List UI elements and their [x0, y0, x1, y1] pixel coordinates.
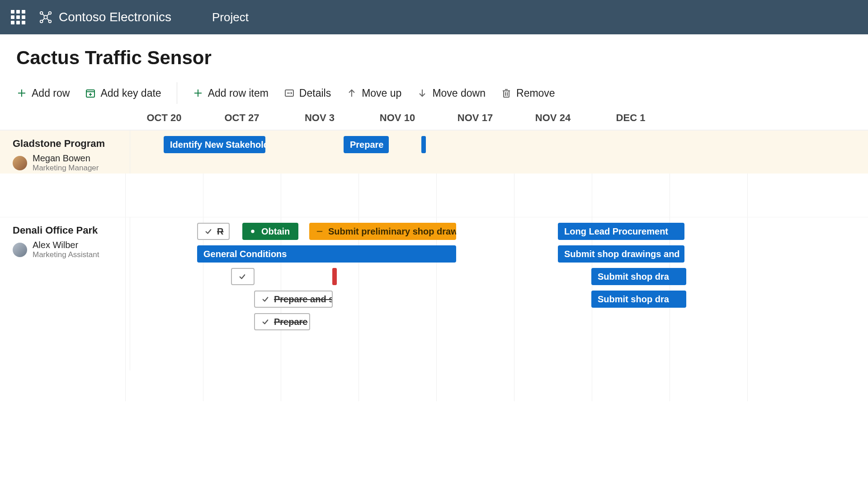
minus-icon: [316, 227, 324, 235]
details-icon: [284, 88, 295, 99]
app-name[interactable]: Project: [212, 10, 249, 24]
toolbar-label: Remove: [516, 87, 555, 99]
time-axis: OCT 20OCT 27NOV 3NOV 10NOV 17NOV 24DEC 1: [0, 112, 868, 130]
row-header[interactable]: Gladstone ProgramMegan BowenMarketing Ma…: [0, 131, 130, 174]
task-label: Prepare and s: [274, 294, 333, 305]
trash-icon: [501, 88, 512, 99]
task-label: Submit preliminary shop drawing: [328, 226, 456, 237]
arrow-down-icon: [417, 88, 428, 99]
axis-tick: OCT 20: [146, 112, 181, 124]
row-header[interactable]: Denali Office ParkAlex WilberMarketing A…: [0, 217, 130, 371]
milestone-marker[interactable]: [332, 268, 337, 285]
remove-button[interactable]: Remove: [501, 87, 555, 99]
details-button[interactable]: Details: [284, 87, 331, 99]
task-bar[interactable]: [231, 268, 255, 285]
timeline: OCT 20OCT 27NOV 3NOV 10NOV 17NOV 24DEC 1…: [0, 112, 868, 481]
toolbar-label: Add row item: [208, 87, 269, 99]
check-icon: [204, 227, 212, 235]
axis-tick: OCT 27: [224, 112, 259, 124]
add-key-date-button[interactable]: Add key date: [85, 87, 161, 99]
toolbar-label: Move down: [432, 87, 486, 99]
toolbar-divider: [177, 82, 177, 104]
check-icon: [238, 272, 246, 281]
task-bar[interactable]: Submit shop drawings and: [558, 245, 684, 263]
svg-rect-21: [504, 91, 509, 97]
row-body: RObtainSubmit preliminary shop drawingLo…: [130, 217, 868, 371]
row-owner[interactable]: Alex WilberMarketing Assistant: [13, 240, 123, 259]
axis-tick: NOV 3: [305, 112, 335, 124]
row-title: Denali Office Park: [13, 225, 123, 236]
svg-line-7: [42, 19, 45, 21]
move-down-button[interactable]: Move down: [417, 87, 486, 99]
row-body: Identify New StakeholdePrepare: [130, 131, 868, 174]
toolbar: Add row Add key date Add row item Detail…: [0, 80, 868, 112]
axis-tick: NOV 24: [535, 112, 571, 124]
task-label: Obtain: [261, 226, 290, 237]
brand-logo-icon: [39, 10, 52, 24]
timeline-row[interactable]: Gladstone ProgramMegan BowenMarketing Ma…: [0, 130, 868, 174]
timeline-rows: Gladstone ProgramMegan BowenMarketing Ma…: [0, 130, 868, 401]
toolbar-label: Add row: [32, 87, 70, 99]
task-bar[interactable]: Long Lead Procurement: [558, 223, 684, 240]
task-bar[interactable]: Identify New Stakeholde: [164, 136, 265, 153]
title-area: Cactus Traffic Sensor: [0, 34, 868, 80]
task-label: Prepare: [350, 140, 384, 150]
page-title: Cactus Traffic Sensor: [16, 47, 852, 69]
task-label: Submit shop drawings and: [564, 249, 680, 259]
brand-name: Contoso Electronics: [59, 10, 171, 24]
task-bar[interactable]: Prepare: [254, 313, 310, 330]
dot-icon: [249, 227, 257, 235]
timeline-row[interactable]: Denali Office ParkAlex WilberMarketing A…: [0, 217, 868, 371]
check-icon: [261, 318, 269, 326]
task-bar[interactable]: Submit preliminary shop drawing: [309, 223, 456, 240]
task-label: General Conditions: [203, 249, 287, 259]
task-label: Submit shop dra: [598, 294, 669, 305]
person-role: Marketing Assistant: [33, 250, 99, 259]
person-role: Marketing Manager: [33, 164, 99, 173]
move-up-button[interactable]: Move up: [346, 87, 401, 99]
arrow-up-icon: [346, 88, 357, 99]
task-label: R: [217, 226, 223, 237]
axis-tick: NOV 17: [458, 112, 493, 124]
task-bar[interactable]: General Conditions: [197, 245, 456, 263]
check-icon: [261, 295, 269, 303]
svg-line-5: [42, 14, 45, 16]
avatar: [13, 156, 27, 170]
add-row-item-button[interactable]: Add row item: [193, 87, 269, 99]
app-header: Contoso Electronics Project: [0, 0, 868, 34]
milestone-marker[interactable]: [421, 136, 426, 153]
svg-point-26: [251, 230, 255, 233]
task-bar[interactable]: Obtain: [242, 223, 298, 240]
brand[interactable]: Contoso Electronics: [39, 10, 171, 24]
toolbar-label: Move up: [362, 87, 401, 99]
add-row-button[interactable]: Add row: [16, 87, 70, 99]
task-bar[interactable]: Prepare: [344, 136, 389, 153]
toolbar-label: Add key date: [100, 87, 161, 99]
plus-icon: [16, 88, 27, 99]
svg-line-6: [47, 14, 49, 16]
svg-line-8: [47, 19, 49, 21]
person-name: Alex Wilber: [33, 240, 99, 250]
row-owner[interactable]: Megan BowenMarketing Manager: [13, 153, 123, 173]
axis-tick: NOV 10: [380, 112, 415, 124]
task-label: Prepare: [274, 317, 308, 327]
task-bar[interactable]: Submit shop dra: [591, 291, 686, 308]
task-bar[interactable]: Submit shop dra: [591, 268, 686, 285]
plus-icon: [193, 88, 203, 99]
app-launcher-icon[interactable]: [11, 10, 25, 24]
row-title: Gladstone Program: [13, 138, 123, 150]
task-label: Long Lead Procurement: [564, 226, 668, 237]
task-bar[interactable]: R: [197, 223, 230, 240]
svg-point-4: [44, 15, 47, 19]
task-label: Identify New Stakeholde: [170, 140, 265, 150]
toolbar-label: Details: [299, 87, 331, 99]
person-name: Megan Bowen: [33, 153, 99, 164]
task-bar[interactable]: Prepare and s: [254, 291, 333, 308]
avatar: [13, 243, 27, 257]
axis-tick: DEC 1: [616, 112, 646, 124]
calendar-plus-icon: [85, 88, 96, 99]
task-label: Submit shop dra: [598, 272, 669, 282]
